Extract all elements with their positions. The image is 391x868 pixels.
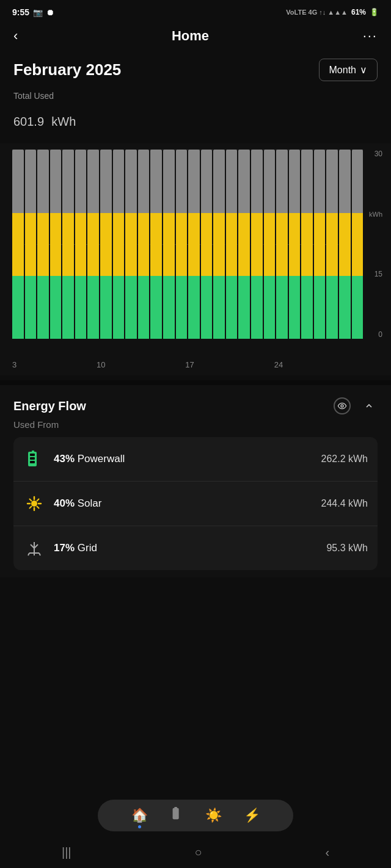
- bar-group-13: [176, 150, 188, 339]
- bar-group-1: [25, 150, 37, 339]
- svg-rect-23: [172, 808, 178, 819]
- bar-group-23: [301, 150, 313, 339]
- energy-chart: 30 kWh 15 0 3 10 17 24: [0, 143, 391, 375]
- collapse-button[interactable]: [360, 397, 378, 414]
- grid-value: 95.3 kWh: [326, 543, 368, 554]
- powerwall-tab-icon: [170, 807, 183, 824]
- solar-tab-icon: ☀️: [205, 808, 222, 823]
- bar-group-14: [188, 150, 200, 339]
- powerwall-item: 43% Powerwall 262.2 kWh: [13, 437, 378, 482]
- svg-line-20: [28, 553, 29, 555]
- bar-group-26: [339, 150, 351, 339]
- status-time: 9:55 📷 ⏺: [12, 7, 54, 17]
- bottom-tab-bar: 🏠 ☀️ ⚡: [98, 800, 293, 831]
- total-used-section: Total Used 601.9 kWh: [0, 85, 391, 134]
- svg-rect-3: [30, 457, 35, 460]
- svg-line-13: [37, 499, 39, 501]
- bar-group-17: [226, 150, 238, 339]
- page-title: Home: [172, 28, 209, 44]
- android-nav-bar: ||| ○ ‹: [0, 836, 391, 868]
- bar-group-24: [314, 150, 326, 339]
- visibility-toggle[interactable]: [334, 397, 351, 414]
- bar-group-11: [150, 150, 162, 339]
- solar-info: 40% Solar: [23, 493, 101, 515]
- grid-label: 17% Grid: [54, 542, 97, 554]
- bar-group-25: [326, 150, 338, 339]
- bar-group-22: [289, 150, 301, 339]
- bar-group-27: [352, 150, 364, 339]
- solar-item: 40% Solar 244.4 kWh: [13, 482, 378, 526]
- chart-y-labels: 30 kWh 15 0: [369, 150, 382, 339]
- active-indicator: [138, 825, 141, 828]
- bar-group-18: [238, 150, 250, 339]
- svg-point-6: [31, 501, 37, 507]
- back-button[interactable]: ‹: [13, 28, 18, 44]
- energy-sources-card: 43% Powerwall 262.2 kWh: [13, 437, 378, 570]
- bar-group-19: [251, 150, 263, 339]
- solar-icon: [23, 493, 45, 515]
- powerwall-icon: [23, 448, 45, 470]
- solar-value: 244.4 kWh: [321, 498, 368, 509]
- bar-group-21: [276, 150, 288, 339]
- chart-x-labels: 3 10 17 24: [12, 360, 363, 369]
- bar-group-8: [113, 150, 125, 339]
- grid-tab-icon: ⚡: [244, 808, 260, 823]
- bar-group-7: [100, 150, 112, 339]
- svg-line-11: [30, 499, 32, 501]
- tab-grid[interactable]: ⚡: [244, 808, 260, 823]
- tab-powerwall[interactable]: [170, 807, 183, 824]
- powerwall-info: 43% Powerwall: [23, 448, 125, 470]
- section-divider: [0, 380, 391, 385]
- bar-group-20: [264, 150, 276, 339]
- status-icons: VoLTE 4G ↑↓ ▲▲▲ 61% 🔋: [286, 8, 379, 16]
- date-title: February 2025: [13, 60, 121, 79]
- svg-rect-5: [32, 450, 34, 452]
- bar-group-5: [75, 150, 87, 339]
- total-used-label: Total Used: [13, 91, 378, 101]
- powerwall-value: 262.2 kWh: [321, 454, 368, 465]
- bar-group-3: [50, 150, 62, 339]
- status-bar: 9:55 📷 ⏺ VoLTE 4G ↑↓ ▲▲▲ 61% 🔋: [0, 0, 391, 22]
- svg-line-12: [37, 507, 39, 508]
- chart-bars: [12, 150, 363, 339]
- android-home-button[interactable]: ○: [194, 845, 202, 859]
- bar-group-2: [37, 150, 49, 339]
- bar-group-4: [62, 150, 74, 339]
- top-nav: ‹ Home ···: [0, 22, 391, 54]
- chevron-down-icon: ∨: [360, 64, 367, 76]
- energy-flow-section: Energy Flow Used From: [0, 385, 391, 577]
- powerwall-label: 43% Powerwall: [54, 453, 125, 465]
- android-recent-button[interactable]: ‹: [325, 845, 329, 859]
- bar-group-9: [125, 150, 137, 339]
- bar-group-6: [87, 150, 99, 339]
- total-used-value: 601.9 kWh: [13, 102, 378, 131]
- svg-rect-24: [174, 807, 177, 809]
- svg-line-14: [30, 507, 32, 508]
- bar-group-0: [12, 150, 24, 339]
- svg-rect-2: [30, 454, 35, 456]
- period-selector[interactable]: Month ∨: [319, 59, 378, 81]
- energy-flow-title: Energy Flow: [13, 399, 86, 413]
- used-from-label: Used From: [13, 419, 378, 430]
- bar-group-12: [163, 150, 175, 339]
- tab-home[interactable]: 🏠: [131, 808, 148, 823]
- bar-group-16: [213, 150, 225, 339]
- grid-item: 17% Grid 95.3 kWh: [13, 526, 378, 570]
- solar-label: 40% Solar: [54, 497, 101, 510]
- svg-rect-4: [30, 461, 35, 463]
- chart-inner: 30 kWh 15 0 3 10 17 24: [6, 150, 385, 375]
- bar-group-10: [138, 150, 150, 339]
- svg-line-21: [39, 553, 40, 555]
- tab-solar[interactable]: ☀️: [205, 808, 222, 823]
- date-period-section: February 2025 Month ∨: [0, 54, 391, 85]
- more-button[interactable]: ···: [363, 28, 378, 44]
- energy-flow-header: Energy Flow: [13, 397, 378, 414]
- grid-icon: [23, 537, 45, 559]
- bar-group-15: [201, 150, 213, 339]
- grid-info: 17% Grid: [23, 537, 97, 559]
- energy-flow-controls: [334, 397, 378, 414]
- android-back-button[interactable]: |||: [62, 845, 71, 859]
- svg-point-0: [341, 405, 343, 407]
- home-icon: 🏠: [131, 808, 148, 823]
